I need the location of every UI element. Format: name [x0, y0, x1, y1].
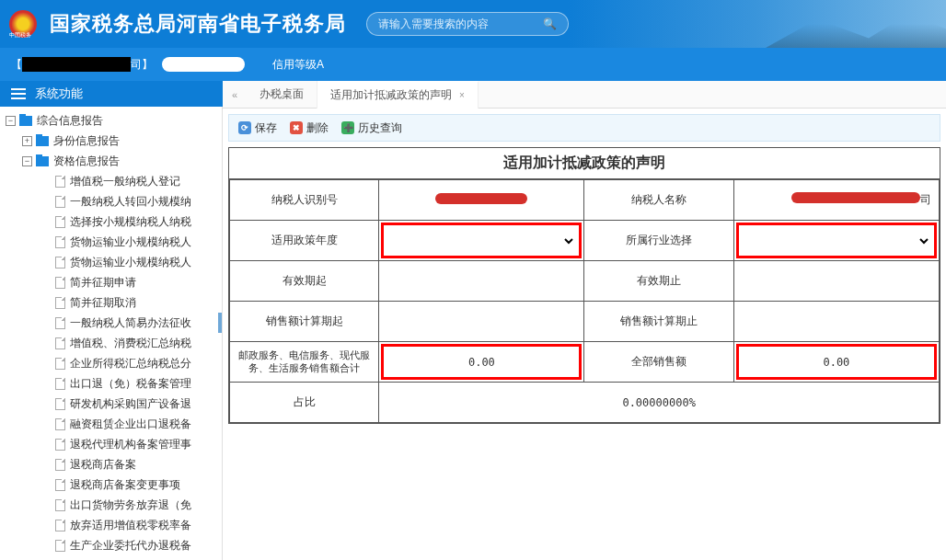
file-icon	[55, 439, 65, 451]
file-icon	[55, 317, 65, 329]
tree-label: 融资租赁企业出口退税备	[70, 417, 191, 432]
tree-node[interactable]: 货物运输业小规模纳税人	[0, 232, 222, 252]
file-icon	[55, 337, 65, 349]
tree-node[interactable]: 退税代理机构备案管理事	[0, 434, 222, 454]
toolbar: ⟳保存 ✖删除 ➕历史查询	[228, 114, 940, 142]
tree-label: 选择按小规模纳税人纳税	[70, 214, 191, 230]
search-input[interactable]	[378, 17, 543, 30]
declaration-form: 适用加计抵减政策的声明 纳税人识别号 纳税人名称 司 适用政策年度 所属行业选择…	[228, 147, 940, 424]
file-icon	[55, 216, 65, 228]
search-icon[interactable]: 🔍	[543, 17, 557, 30]
tree-node[interactable]: −资格信息报告	[0, 151, 222, 171]
policy-year-select[interactable]	[386, 230, 576, 252]
tab-desktop[interactable]: 办税桌面	[247, 81, 317, 109]
delete-icon: ✖	[290, 121, 303, 134]
tree-node[interactable]: 融资租赁企业出口退税备	[0, 414, 222, 434]
toggle-icon[interactable]: +	[22, 136, 32, 146]
ratio-label: 占比	[230, 383, 379, 423]
policy-year-value[interactable]	[379, 221, 584, 261]
toggle-icon[interactable]: −	[22, 156, 32, 166]
file-icon	[55, 297, 65, 309]
file-icon	[55, 499, 65, 511]
tree-node[interactable]: 增值税一般纳税人登记	[0, 171, 222, 191]
history-button[interactable]: ➕历史查询	[341, 120, 402, 136]
subheader: 【 . 司】 信用等级A	[0, 48, 946, 81]
tree-label: 退税代理机构备案管理事	[70, 437, 191, 452]
app-title: 国家税务总局河南省电子税务局	[50, 10, 346, 38]
industry-select[interactable]	[742, 230, 931, 252]
tree-node[interactable]: 企业所得税汇总纳税总分	[0, 353, 222, 373]
tree-label: 增值税、消费税汇总纳税	[70, 336, 191, 351]
toggle-icon[interactable]: −	[6, 116, 16, 126]
save-icon: ⟳	[238, 121, 251, 134]
tree-node[interactable]: 增值税、消费税汇总纳税	[0, 333, 222, 353]
tree-node[interactable]: 货物运输业小规模纳税人	[0, 252, 222, 272]
tree-label: 货物运输业小规模纳税人	[70, 255, 191, 270]
tree-node[interactable]: 简并征期取消	[0, 292, 222, 313]
tree-label: 综合信息报告	[37, 113, 103, 129]
tree-label: 生产企业委托代办退税备	[70, 538, 191, 554]
taxpayer-id-value	[379, 180, 584, 221]
tree-node[interactable]: 出口退（免）税备案管理	[0, 373, 222, 394]
tree-label: 一般纳税人简易办法征收	[70, 315, 191, 331]
tree-label: 简并征期取消	[70, 295, 136, 311]
app-header: 国家税务总局河南省电子税务局 🔍	[0, 0, 946, 48]
file-icon	[55, 196, 65, 208]
service-sales-value[interactable]: 0.00	[379, 342, 584, 383]
folder-icon	[19, 116, 32, 126]
tree-label: 放弃适用增值税零税率备	[70, 518, 191, 533]
tree-node[interactable]: 退税商店备案变更事项	[0, 474, 222, 495]
tree-node[interactable]: 出口货物劳务放弃退（免	[0, 495, 222, 515]
ratio-value: 0.00000000%	[379, 383, 940, 423]
tree-node[interactable]: 生产企业委托代办退税备	[0, 535, 222, 555]
tax-logo	[9, 10, 37, 38]
tree-node[interactable]: 一般纳税人简易办法征收	[0, 313, 222, 333]
file-icon	[55, 540, 65, 552]
tree-node[interactable]: 退税商店备案	[0, 454, 222, 474]
content-area: « 办税桌面 适用加计抵减政策的声明 × ⟳保存 ✖删除 ➕历史查询 适用加计抵…	[223, 81, 946, 560]
taxpayer-id-label: 纳税人识别号	[230, 180, 379, 221]
sales-calc-end-value[interactable]	[733, 302, 939, 342]
sales-calc-start-value[interactable]	[379, 302, 584, 342]
tree-node[interactable]: 选择按小规模纳税人纳税	[0, 211, 222, 232]
tree-node[interactable]: 简并征期申请	[0, 272, 222, 292]
hamburger-icon[interactable]	[11, 88, 26, 99]
tree-node[interactable]: 研发机构采购国产设备退	[0, 394, 222, 414]
valid-end-label: 有效期止	[584, 261, 733, 302]
file-icon	[55, 277, 65, 289]
valid-start-label: 有效期起	[230, 261, 379, 302]
file-icon	[55, 378, 65, 390]
save-button[interactable]: ⟳保存	[238, 120, 277, 136]
valid-end-value[interactable]	[733, 261, 939, 302]
tree-node[interactable]: 放弃适用增值税零税率备	[0, 515, 222, 535]
tree-node[interactable]: +身份信息报告	[0, 131, 222, 151]
delete-button[interactable]: ✖删除	[290, 120, 329, 136]
bracket-open: 【	[11, 57, 22, 73]
file-icon	[55, 358, 65, 370]
file-icon	[55, 257, 65, 269]
tab-declaration[interactable]: 适用加计抵减政策的声明 ×	[317, 81, 479, 109]
industry-label: 所属行业选择	[584, 221, 733, 261]
sidebar-title: 系统功能	[35, 86, 83, 102]
total-sales-label: 全部销售额	[584, 342, 733, 383]
collapse-sidebar-icon[interactable]: «	[223, 89, 247, 100]
file-icon	[55, 479, 65, 491]
file-icon	[55, 176, 65, 188]
tree-label: 出口货物劳务放弃退（免	[70, 497, 191, 513]
bracket-close: 司】	[131, 57, 153, 73]
tree-label: 一般纳税人转回小规模纳	[70, 194, 191, 210]
file-icon	[55, 520, 65, 531]
sidebar: 系统功能 −综合信息报告+身份信息报告−资格信息报告增值税一般纳税人登记一般纳税…	[0, 81, 223, 560]
tree-label: 资格信息报告	[53, 154, 120, 169]
tree-label: 退税商店备案变更事项	[70, 477, 180, 493]
tree-label: 企业所得税汇总纳税总分	[70, 356, 191, 371]
close-tab-icon[interactable]: ×	[459, 90, 465, 100]
industry-value[interactable]	[733, 221, 939, 261]
total-sales-value[interactable]: 0.00	[733, 342, 939, 383]
taxpayer-name-value: 司	[733, 180, 939, 221]
sales-calc-end-label: 销售额计算期止	[584, 302, 733, 342]
tree-node[interactable]: 一般纳税人转回小规模纳	[0, 191, 222, 211]
valid-start-value[interactable]	[379, 261, 584, 302]
form-title: 适用加计抵减政策的声明	[229, 148, 940, 179]
tree-node[interactable]: −综合信息报告	[0, 110, 222, 131]
